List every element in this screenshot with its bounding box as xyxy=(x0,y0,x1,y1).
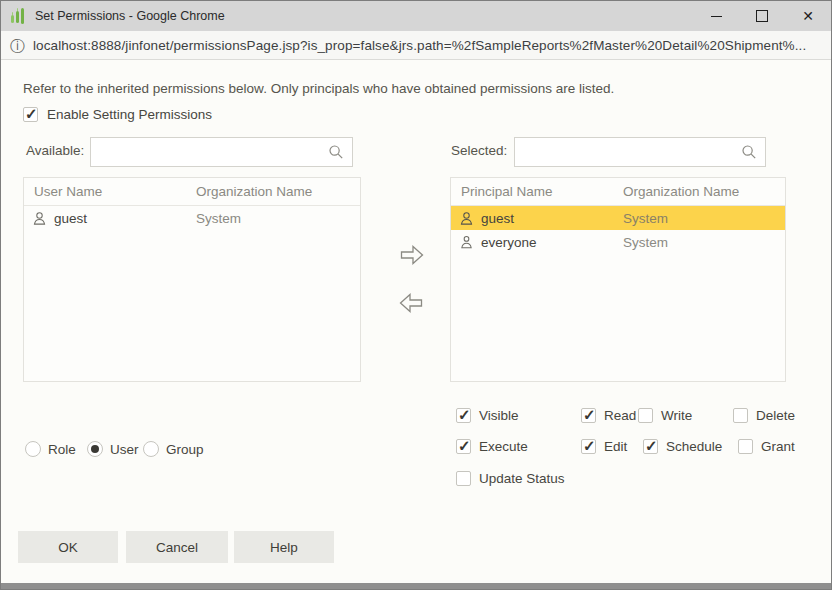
principal-name: guest xyxy=(54,211,87,226)
close-icon: ✕ xyxy=(802,9,814,23)
available-label: Available: xyxy=(26,143,84,158)
selected-table: Principal Name Organization Name guest S… xyxy=(450,177,786,382)
schedule-label: Schedule xyxy=(666,439,722,454)
maximize-button[interactable] xyxy=(739,1,785,31)
column-header-organization-name: Organization Name xyxy=(196,184,312,199)
app-logo-icon xyxy=(9,7,27,25)
search-icon xyxy=(741,144,757,160)
grant-label: Grant xyxy=(761,439,795,454)
available-search-box[interactable] xyxy=(90,137,353,167)
permission-edit[interactable]: Edit xyxy=(581,439,627,454)
move-right-button[interactable] xyxy=(399,244,425,270)
user-icon xyxy=(459,211,474,226)
enable-permissions-checkbox-row[interactable]: Enable Setting Permissions xyxy=(23,107,212,122)
permission-read[interactable]: Read xyxy=(581,408,636,423)
group-label: Group xyxy=(166,442,204,457)
read-label: Read xyxy=(604,408,636,423)
window-controls: ✕ xyxy=(693,1,831,31)
table-row[interactable]: everyone System xyxy=(451,230,785,254)
column-header-user-name: User Name xyxy=(24,184,196,199)
radio-user[interactable]: User xyxy=(87,441,139,457)
update-status-checkbox[interactable] xyxy=(456,471,471,486)
available-table-header: User Name Organization Name xyxy=(24,178,360,206)
url-text[interactable]: localhost:8888/jinfonet/permissionsPage.… xyxy=(33,38,806,53)
permission-delete[interactable]: Delete xyxy=(733,408,795,423)
user-icon xyxy=(32,211,47,226)
user-label: User xyxy=(110,442,139,457)
table-row[interactable]: guest System xyxy=(24,206,360,230)
permission-write[interactable]: Write xyxy=(638,408,692,423)
write-checkbox[interactable] xyxy=(638,408,653,423)
edit-checkbox[interactable] xyxy=(581,439,596,454)
visible-label: Visible xyxy=(479,408,519,423)
maximize-icon xyxy=(756,10,768,22)
radio-group[interactable]: Group xyxy=(143,441,204,457)
visible-checkbox[interactable] xyxy=(456,408,471,423)
page-info-icon[interactable]: ⓘ xyxy=(10,38,25,53)
window-bottom-frame xyxy=(1,583,831,589)
group-radio-button[interactable] xyxy=(143,441,159,457)
table-row[interactable]: guest System xyxy=(451,206,785,230)
move-left-button[interactable] xyxy=(398,292,424,318)
address-bar[interactable]: ⓘ localhost:8888/jinfonet/permissionsPag… xyxy=(1,31,831,60)
role-label: Role xyxy=(48,442,76,457)
search-icon xyxy=(328,144,344,160)
enable-permissions-checkbox[interactable] xyxy=(23,107,38,122)
arrow-left-icon xyxy=(398,292,424,314)
permission-grant[interactable]: Grant xyxy=(738,439,795,454)
read-checkbox[interactable] xyxy=(581,408,596,423)
everyone-icon xyxy=(459,235,474,250)
enable-permissions-label: Enable Setting Permissions xyxy=(47,107,212,122)
permission-schedule[interactable]: Schedule xyxy=(643,439,722,454)
permission-execute[interactable]: Execute xyxy=(456,439,528,454)
write-label: Write xyxy=(661,408,692,423)
available-table: User Name Organization Name guest System xyxy=(23,177,361,382)
organization-name: System xyxy=(623,235,668,250)
grant-checkbox[interactable] xyxy=(738,439,753,454)
instruction-text: Refer to the inherited permissions below… xyxy=(23,81,614,96)
user-radio-button[interactable] xyxy=(87,441,103,457)
close-button[interactable]: ✕ xyxy=(785,1,831,31)
window-title: Set Permissions - Google Chrome xyxy=(35,9,225,23)
permission-update-status[interactable]: Update Status xyxy=(456,471,565,486)
column-header-organization-name: Organization Name xyxy=(623,184,739,199)
selected-table-header: Principal Name Organization Name xyxy=(451,178,785,206)
schedule-checkbox[interactable] xyxy=(643,439,658,454)
permission-visible[interactable]: Visible xyxy=(456,408,519,423)
minimize-button[interactable] xyxy=(693,1,739,31)
minimize-icon xyxy=(711,16,722,17)
help-button[interactable]: Help xyxy=(234,531,334,563)
window-titlebar: Set Permissions - Google Chrome ✕ xyxy=(1,1,831,31)
column-header-principal-name: Principal Name xyxy=(451,184,623,199)
available-search-input[interactable] xyxy=(91,145,328,160)
execute-label: Execute xyxy=(479,439,528,454)
delete-checkbox[interactable] xyxy=(733,408,748,423)
arrow-right-icon xyxy=(399,244,425,266)
execute-checkbox[interactable] xyxy=(456,439,471,454)
ok-button[interactable]: OK xyxy=(18,531,118,563)
organization-name: System xyxy=(196,211,241,226)
radio-role[interactable]: Role xyxy=(25,441,76,457)
principal-name: everyone xyxy=(481,235,537,250)
delete-label: Delete xyxy=(756,408,795,423)
organization-name: System xyxy=(623,211,668,226)
edit-label: Edit xyxy=(604,439,627,454)
role-radio-button[interactable] xyxy=(25,441,41,457)
selected-search-box[interactable] xyxy=(514,137,766,167)
selected-label: Selected: xyxy=(451,143,507,158)
set-permissions-window: Set Permissions - Google Chrome ✕ ⓘ loca… xyxy=(0,0,832,590)
update-status-label: Update Status xyxy=(479,471,565,486)
principal-name: guest xyxy=(481,211,514,226)
cancel-button[interactable]: Cancel xyxy=(126,531,228,563)
selected-search-input[interactable] xyxy=(515,145,741,160)
